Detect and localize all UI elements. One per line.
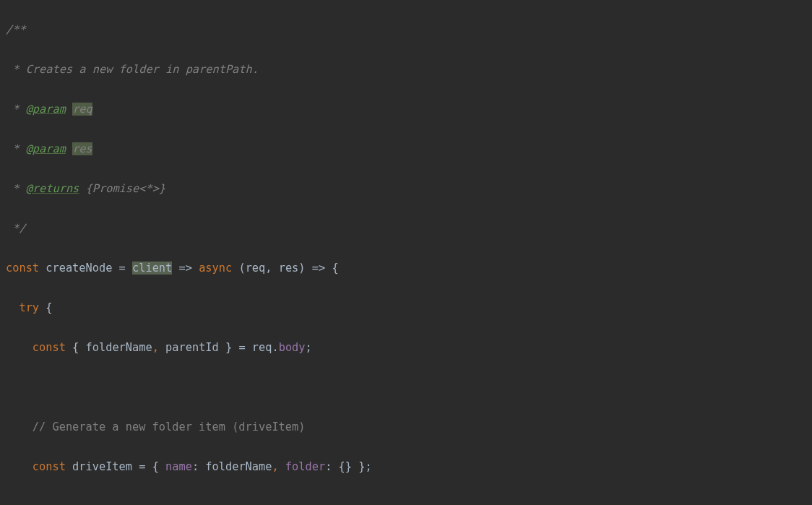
kw-const: const (6, 262, 39, 275)
param-req: req (72, 103, 92, 116)
param-res: res (72, 142, 92, 155)
param-tag: @param (26, 103, 66, 116)
returns-tag: @returns (26, 182, 79, 195)
jsdoc-close: */ (6, 222, 26, 235)
jsdoc-open: /** (6, 23, 26, 36)
comment: // Generate a new folder item (driveItem… (33, 420, 306, 433)
returns-type: {Promise<*>} (86, 182, 166, 195)
var-createNode: createNode (46, 262, 112, 275)
kw-try: try (19, 301, 39, 314)
jsdoc-star: * (6, 103, 26, 116)
prop-body: body (279, 341, 306, 354)
param-tag-2: @param (26, 142, 66, 155)
code-editor[interactable]: /** * Creates a new folder in parentPath… (0, 0, 812, 505)
jsdoc-desc: * Creates a new folder in parentPath. (6, 63, 259, 76)
param-client: client (132, 262, 172, 275)
kw-async: async (199, 262, 232, 275)
